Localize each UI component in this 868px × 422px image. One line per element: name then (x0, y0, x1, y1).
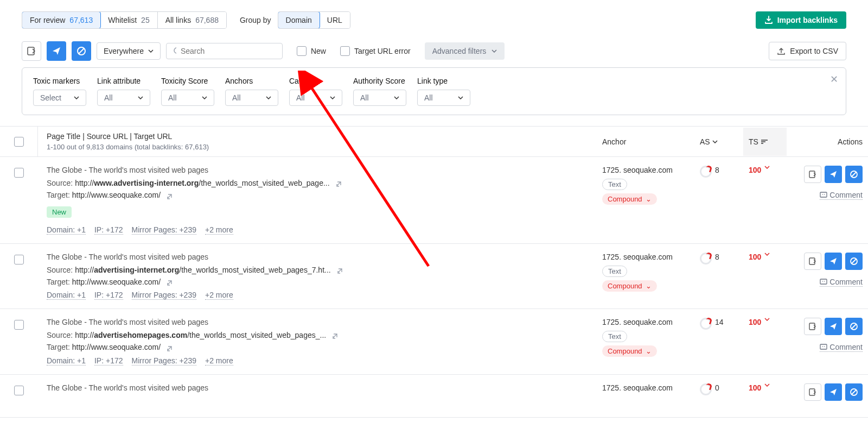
chevron-down-icon[interactable] (764, 318, 770, 321)
comment-link[interactable]: Comment (820, 191, 863, 200)
external-link-icon[interactable] (336, 267, 344, 274)
chevron-down-icon[interactable] (764, 383, 770, 387)
external-link-icon[interactable] (166, 344, 174, 352)
tab-whitelist[interactable]: Whitelist25 (100, 12, 157, 28)
row-disavow-button[interactable] (804, 166, 821, 183)
th-anchor[interactable]: Anchor (597, 128, 694, 156)
groupby-url[interactable]: URL (320, 12, 350, 28)
row-checkbox[interactable] (14, 168, 24, 178)
anchor-text: 1725. seoquake.com (602, 166, 689, 174)
comment-link[interactable]: Comment (820, 343, 863, 352)
export-csv-button[interactable]: Export to CSV (769, 42, 846, 60)
metric-item[interactable]: Domain: +1 (47, 291, 86, 300)
tab-all-links[interactable]: All links67,688 (158, 12, 226, 28)
badge-compound[interactable]: Compound⌄ (602, 280, 657, 292)
row-disavow-button[interactable] (804, 383, 821, 401)
row-metrics: Domain: +1IP: +172Mirror Pages: +239+2 m… (47, 225, 588, 235)
chevron-down-icon (266, 96, 271, 99)
chevron-down-icon[interactable] (764, 253, 770, 256)
badge-compound[interactable]: Compound⌄ (602, 193, 657, 205)
badge-compound[interactable]: Compound⌄ (602, 345, 657, 357)
filter-anchors: Anchors All (225, 77, 278, 106)
delete-action-button[interactable] (72, 41, 91, 61)
metric-item[interactable]: Domain: +1 (47, 356, 86, 366)
row-whitelist-button[interactable] (825, 318, 842, 335)
row-whitelist-button[interactable] (825, 253, 842, 270)
th-ts[interactable]: TS (743, 128, 787, 156)
scope-label: Everywhere (104, 47, 144, 55)
row-delete-button[interactable] (845, 383, 863, 401)
comment-link[interactable]: Comment (820, 278, 863, 287)
badge-text: Text (602, 179, 627, 190)
svg-point-3 (174, 48, 176, 53)
metric-item[interactable]: +2 more (205, 225, 233, 235)
row-delete-button[interactable] (845, 166, 863, 183)
filter-select[interactable]: All (417, 90, 470, 106)
external-link-icon[interactable] (335, 180, 343, 187)
filter-select[interactable]: All (161, 90, 214, 106)
target-url-error-checkbox[interactable] (340, 46, 350, 56)
import-backlinks-button[interactable]: Import backlinks (756, 11, 846, 29)
filter-select[interactable]: All (225, 90, 278, 106)
row-whitelist-button[interactable] (825, 166, 842, 183)
th-as[interactable]: AS (694, 128, 743, 156)
badge-text: Text (602, 331, 627, 342)
tab-for-review[interactable]: For review67,613 (22, 11, 101, 29)
th-actions: Actions (787, 128, 868, 156)
chevron-down-icon (74, 96, 79, 99)
metric-item[interactable]: Mirror Pages: +239 (132, 291, 196, 300)
filter-select[interactable]: All (97, 90, 150, 106)
close-icon[interactable]: ✕ (830, 73, 838, 85)
disavow-action-button[interactable] (22, 41, 41, 61)
filter-label: Authority Score (353, 77, 406, 85)
search-input-wrap[interactable] (166, 43, 283, 59)
external-link-icon[interactable] (166, 279, 174, 286)
chevron-down-icon[interactable] (764, 166, 770, 169)
filter-label: Link type (417, 77, 470, 85)
metric-item[interactable]: +2 more (205, 291, 233, 300)
filter-select[interactable]: Select (33, 90, 86, 106)
groupby-label: Group by (240, 16, 271, 24)
page-title: The Globe - The world's most visited web… (47, 166, 588, 174)
svg-rect-0 (28, 47, 34, 55)
ts-value: 100 (749, 166, 761, 174)
as-value: 0 (715, 383, 719, 392)
row-checkbox[interactable] (14, 255, 24, 264)
row-whitelist-button[interactable] (825, 383, 842, 401)
row-delete-button[interactable] (845, 318, 863, 335)
metric-item[interactable]: Domain: +1 (47, 225, 86, 235)
search-input[interactable] (181, 47, 276, 55)
row-disavow-button[interactable] (804, 253, 821, 270)
metric-item[interactable]: Mirror Pages: +239 (132, 356, 196, 366)
filter-label: Anchors (225, 77, 278, 85)
page-title: The Globe - The world's most visited web… (47, 253, 588, 261)
new-checkbox[interactable] (297, 46, 307, 56)
row-delete-button[interactable] (845, 253, 863, 270)
row-disavow-button[interactable] (804, 318, 821, 335)
download-icon (764, 16, 773, 24)
metric-item[interactable]: +2 more (205, 356, 233, 366)
svg-rect-11 (820, 192, 827, 197)
metric-item[interactable]: IP: +172 (94, 356, 123, 366)
row-checkbox[interactable] (14, 386, 24, 395)
svg-rect-12 (809, 258, 815, 264)
metric-item[interactable]: Mirror Pages: +239 (132, 225, 196, 235)
filter-select[interactable]: All (289, 90, 342, 106)
table-header: Page Title | Source URL | Target URL 1-1… (0, 126, 868, 157)
groupby-domain[interactable]: Domain (278, 11, 320, 29)
tab-label: For review (30, 16, 65, 24)
metric-item[interactable]: IP: +172 (94, 225, 123, 235)
advanced-filters-button[interactable]: Advanced filters (425, 42, 505, 60)
filter-select[interactable]: All (353, 90, 406, 106)
select-all-checkbox[interactable] (14, 137, 24, 147)
row-checkbox[interactable] (14, 320, 24, 330)
external-link-icon[interactable] (331, 332, 339, 339)
whitelist-action-button[interactable] (47, 41, 66, 61)
chevron-down-icon (394, 96, 399, 99)
filter-link-type: Link type All (417, 77, 470, 106)
view-tabs: For review67,613Whitelist25All links67,6… (22, 11, 227, 29)
metric-item[interactable]: IP: +172 (94, 291, 123, 300)
as-donut-icon (700, 166, 712, 178)
external-link-icon[interactable] (166, 192, 174, 200)
scope-dropdown[interactable]: Everywhere (97, 42, 161, 60)
